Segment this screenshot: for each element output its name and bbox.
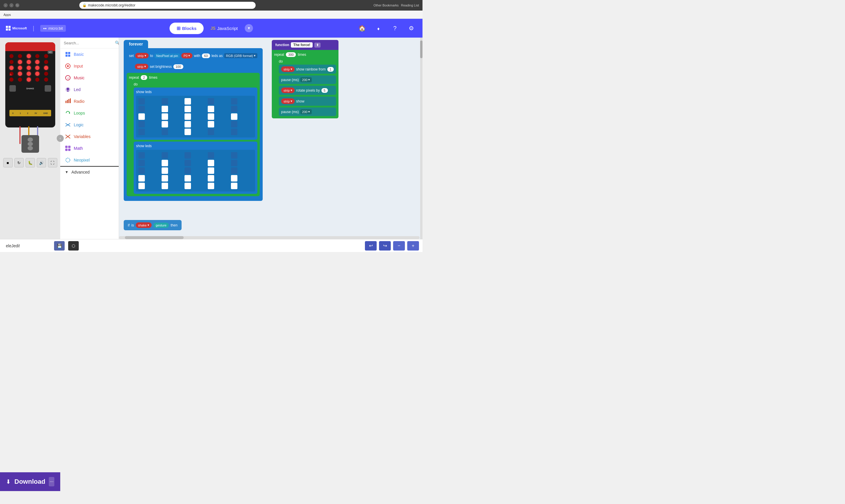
toolbox-item-led[interactable]: Led xyxy=(60,84,119,95)
pause2-dropdown[interactable]: 200 ▾ xyxy=(300,109,312,114)
forever-header: forever xyxy=(124,40,148,48)
svg-rect-21 xyxy=(65,146,68,148)
back-button[interactable]: ‹ xyxy=(3,3,7,7)
fn-repeat-value[interactable]: 300 xyxy=(286,52,296,57)
horizontal-scrollbar[interactable] xyxy=(119,236,419,239)
strip-dropdown-4: ▾ xyxy=(291,88,292,92)
repeat-times-value[interactable]: 2 xyxy=(141,75,147,80)
sim-sound-button[interactable]: 🔊 xyxy=(37,158,46,167)
pause-block-1[interactable]: pause (ms) 200 ▾ xyxy=(279,75,336,84)
search-input[interactable] xyxy=(64,41,113,45)
sim-stop-button[interactable]: ■ xyxy=(3,158,13,167)
strip-pill-5[interactable]: strip ▾ xyxy=(281,98,295,104)
toolbox-item-input[interactable]: Input xyxy=(60,60,119,72)
toolbox-item-advanced[interactable]: ▼ Advanced xyxy=(60,166,119,177)
repeat-times-text: times xyxy=(149,75,158,79)
strip-label-5: strip xyxy=(284,100,290,103)
simulator-panel: SHAKE 0 1 2 3V GND V2 ▲ xyxy=(0,38,60,239)
collapse-function-button[interactable]: ⬆ xyxy=(314,42,321,48)
connector-port xyxy=(28,142,33,146)
settings-button[interactable]: ⚙ xyxy=(406,23,417,34)
search-icon[interactable]: 🔍 xyxy=(115,40,119,45)
redo-button[interactable]: ↪ xyxy=(379,241,391,251)
lock-icon: 🔒 xyxy=(82,3,87,7)
connector-block xyxy=(21,135,39,153)
count-value[interactable]: 63 xyxy=(202,53,210,58)
strip-show-block[interactable]: strip ▾ show xyxy=(279,97,336,106)
brightness-block[interactable]: strip ▾ set brightness 100 xyxy=(132,62,260,71)
zoom-in-button[interactable]: + xyxy=(407,241,419,251)
button-a[interactable] xyxy=(10,85,16,92)
project-name-input[interactable] xyxy=(3,242,51,249)
github-button[interactable]: ⬡ xyxy=(68,241,79,251)
button-b[interactable] xyxy=(44,85,51,92)
strip-pill-2[interactable]: strip ▾ xyxy=(135,64,148,69)
horizontal-scrollbar-thumb xyxy=(125,236,184,239)
set-brightness-text: set brightness xyxy=(150,65,172,69)
format-dropdown[interactable]: RGB (GRB format) ▾ xyxy=(224,53,257,58)
toolbox-item-radio[interactable]: Radio xyxy=(60,95,119,107)
svg-rect-24 xyxy=(68,149,71,151)
browser-controls: ‹ › ↻ xyxy=(3,3,19,7)
shake-pill[interactable]: shake ▾ xyxy=(136,222,151,228)
svg-rect-16 xyxy=(69,99,69,103)
reload-button[interactable]: ↻ xyxy=(15,3,19,7)
toolbox-item-basic[interactable]: Basic xyxy=(60,49,119,60)
set-strip-block[interactable]: set strip ▾ to NeoPixel at pin P0 ▾ with… xyxy=(127,51,260,60)
toolbox-item-music[interactable]: ♫ Music xyxy=(60,72,119,84)
strip-pill-3[interactable]: strip ▾ xyxy=(281,66,295,72)
strip-pill-4[interactable]: strip ▾ xyxy=(281,88,295,93)
save-button[interactable]: 💾 xyxy=(54,241,65,251)
led-cell xyxy=(138,121,145,127)
toolbox-item-logic[interactable]: Logic xyxy=(60,119,119,131)
rainbow-value[interactable]: 1 xyxy=(327,67,334,72)
undo-button[interactable]: ↩ xyxy=(365,241,377,251)
apps-bookmark[interactable]: Apps xyxy=(3,13,11,16)
vertical-scrollbar[interactable] xyxy=(420,38,422,239)
sim-fullscreen-button[interactable]: ⛶ xyxy=(48,158,57,167)
show-leds-block-2: show leds xyxy=(134,142,257,194)
forward-button[interactable]: › xyxy=(10,3,14,7)
pause1-dropdown[interactable]: 200 ▾ xyxy=(300,77,312,82)
zoom-out-button[interactable]: − xyxy=(393,241,405,251)
basic-label: Basic xyxy=(74,52,84,57)
led-cell xyxy=(18,66,22,70)
blocks-button[interactable]: ⊞ Blocks xyxy=(169,23,204,34)
home-button[interactable]: 🏠 xyxy=(357,23,367,34)
show-rainbow-block[interactable]: strip ▾ show rainbow from 1 xyxy=(279,65,336,74)
radio-icon xyxy=(65,98,71,104)
neopixel-icon xyxy=(65,157,71,163)
javascript-label: JavaScript xyxy=(217,26,238,31)
brightness-value[interactable]: 100 xyxy=(173,64,183,69)
toolbox-item-math[interactable]: Math xyxy=(60,142,119,154)
sim-restart-button[interactable]: ↻ xyxy=(14,158,24,167)
pause-block-2[interactable]: pause (ms) 200 ▾ xyxy=(279,108,336,116)
function-header: function The force! ⬆ xyxy=(272,40,339,50)
svg-rect-3 xyxy=(66,52,68,54)
if-block[interactable]: if is shake ▾ gesture then xyxy=(124,220,182,230)
toolbox-item-neopixel[interactable]: Neopixel xyxy=(60,154,119,166)
led-cell xyxy=(162,106,168,112)
sim-debug-button[interactable]: 🐛 xyxy=(25,158,35,167)
rotate-value[interactable]: 5 xyxy=(321,88,328,93)
toolbox-item-variables[interactable]: Variables xyxy=(60,131,119,142)
led-cell xyxy=(184,106,191,112)
share-button[interactable]: ⬧ xyxy=(373,23,384,34)
collapse-simulator-button[interactable]: ‹ xyxy=(57,135,64,142)
mode-dropdown-arrow[interactable]: ▼ xyxy=(245,24,253,32)
help-button[interactable]: ? xyxy=(390,23,400,34)
wires-section xyxy=(5,126,55,156)
javascript-button[interactable]: JS JavaScript xyxy=(205,23,244,34)
to-text: to xyxy=(150,54,153,58)
led-cell xyxy=(231,129,237,135)
pin-pill[interactable]: P0 ▾ xyxy=(181,53,193,58)
leds-as-text: leds as xyxy=(212,54,223,58)
rotate-pixels-block[interactable]: strip ▾ rotate pixels by 5 xyxy=(279,86,336,95)
workspace[interactable]: forever set strip ▾ to NeoPixel at pin P… xyxy=(119,38,422,239)
set-text: set xyxy=(129,54,134,58)
function-repeat-header: repeat 300 times xyxy=(274,52,336,57)
led-cell xyxy=(231,121,237,127)
strip-pill[interactable]: strip ▾ xyxy=(135,53,149,58)
toolbox-item-loops[interactable]: Loops xyxy=(60,107,119,119)
address-bar[interactable]: 🔒 makecode.microbit.org/#editor xyxy=(79,2,256,9)
